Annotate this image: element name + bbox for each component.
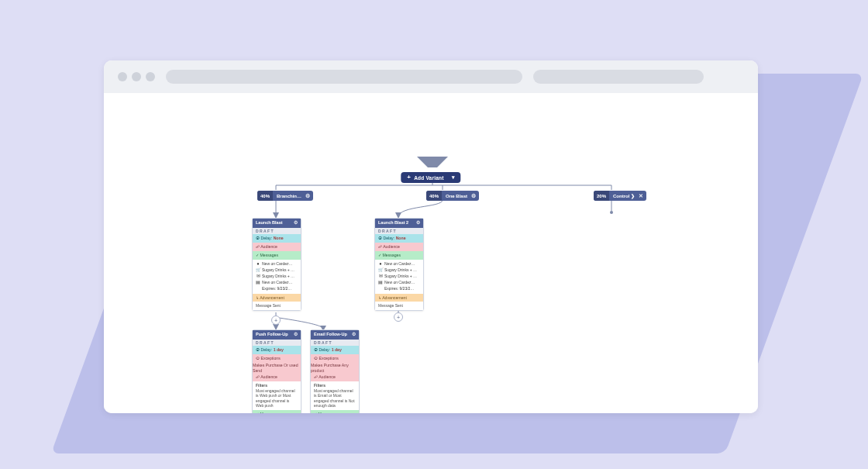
advancement-body: Message Sent [253,302,301,310]
exceptions-header: ⛒ Exceptions [311,354,359,363]
exceptions-body: Makes Purchase Or used Send [253,363,301,374]
audience-section: ☍ Audience [253,243,301,251]
step-launch-blast-2[interactable]: Launch Blast 2 ⚙ DRAFT ⦿ Delay: None ☍ A… [374,218,424,311]
svg-marker-0 [417,157,448,167]
toolbar-bar[interactable] [533,70,704,84]
status-badge: DRAFT [253,228,301,235]
branch-pct: 20% [594,191,609,201]
gear-icon[interactable]: ⚙ [294,332,298,338]
message-row[interactable]: ✉Sugary Drinks + … [378,274,420,279]
audience-header: ☍ Audience [311,373,359,381]
delay-section: ⦿ Delay: None [375,234,423,243]
add-variant-label: Add Variant [414,175,443,181]
messages-body: ●New on Cardez… 🛒Sugary Drinks + … ✉Suga… [253,260,301,294]
step-title-text: Launch Blast [256,220,283,226]
branch-pct: 40% [257,191,273,201]
svg-point-10 [610,211,613,214]
messages-body: ●New on Cardez… 🛒Sugary Drinks + … ✉Suga… [375,260,423,294]
step-title: Launch Blast ⚙ [253,219,301,228]
branch-label: Branchin… [273,194,305,198]
push-icon: ● [256,261,260,267]
filters-body: FiltersMost engaged channel is Web push … [253,381,301,410]
message-row[interactable]: 🛒Sugary Drinks + … [256,267,298,273]
step-title-text: Push Follow-Up [256,332,288,337]
cart-icon: 🛒 [256,267,260,273]
feed-icon: ▤ [378,280,383,285]
expires-row: Expires: 9/23/2… [378,286,420,291]
gear-icon[interactable]: ⚙ [294,220,298,226]
feed-icon: ▤ [256,280,260,285]
add-variant-button[interactable]: + Add Variant ▾ [401,172,460,183]
status-badge: DRAFT [311,340,359,347]
gear-icon[interactable]: ⚙ [416,220,420,226]
branch-pill-3[interactable]: 20% Control ❯ ✕ [594,191,646,201]
messages-header: ✓ Messages [253,251,301,260]
add-step-button[interactable]: + [394,312,403,322]
step-push-followup[interactable]: Push Follow-Up ⚙ DRAFT ⦿ Delay: 1 day ⛒ … [252,329,301,413]
message-row[interactable]: ▤New on Cardez… [256,280,298,285]
messages-header: ✓ Messages [253,410,301,413]
message-row[interactable]: ●New on Cardez… [378,261,420,267]
message-row[interactable]: 🛒Sugary Drinks + … [378,267,420,273]
branch-label: One Blast [442,194,471,198]
delay-section: ⦿ Delay: 1 day [311,346,359,354]
traffic-lights [118,72,155,81]
message-row[interactable]: ●New on Cardez… [256,261,298,267]
advancement-header: ↳ Advancement [253,294,301,302]
step-title-text: Launch Blast 2 [378,220,408,226]
gear-icon: ⚙ [471,193,479,199]
message-row[interactable]: ▤New on Cardez… [378,280,420,285]
branch-pill-1[interactable]: 40% Branchin… ⚙ [257,191,313,201]
message-row[interactable]: ✉Sugary Drinks + … [256,274,298,279]
exceptions-body: Makes Purchase Any product [311,363,359,374]
traffic-dot [146,72,155,81]
add-step-button[interactable]: + [271,316,281,325]
status-badge: DRAFT [375,228,423,235]
step-launch-blast[interactable]: Launch Blast ⚙ DRAFT ⦿ Delay: None ☍ Aud… [252,218,301,311]
status-badge: DRAFT [253,340,301,347]
delay-section: ⦿ Delay: None [253,234,301,243]
traffic-dot [132,72,141,81]
edges [104,93,758,413]
step-title-text: Email Follow-Up [314,332,347,337]
gear-icon: ⚙ [305,193,313,199]
mail-icon: ✉ [256,274,260,279]
filters-body: FiltersMost engaged channel is Email or … [311,381,359,410]
advancement-body: Message Sent [375,302,423,310]
push-icon: ● [378,261,383,267]
branch-pill-2[interactable]: 40% One Blast ⚙ [426,191,479,201]
expires-row: Expires: 9/23/2… [256,286,298,291]
browser-chrome [104,60,758,93]
advancement-header: ↳ Advancement [375,294,423,302]
step-title: Email Follow-Up ⚙ [311,330,359,340]
close-icon: ✕ [639,193,646,199]
step-email-followup[interactable]: Email Follow-Up ⚙ DRAFT ⦿ Delay: 1 day ⛒… [310,329,360,413]
traffic-dot [118,72,127,81]
address-bar[interactable] [166,70,522,84]
branch-pct: 40% [426,191,442,201]
plus-icon: + [407,174,411,181]
browser-window: + Add Variant ▾ 40% Branchin… ⚙ 40% One … [104,60,758,413]
branch-label: Control ❯ [609,193,639,198]
cart-icon: 🛒 [378,267,383,273]
audience-section: ☍ Audience [375,243,423,251]
mail-icon: ✉ [378,274,383,279]
messages-header: ✓ Messages [375,251,423,260]
audience-header: ☍ Audience [253,373,301,381]
delay-section: ⦿ Delay: 1 day [253,346,301,354]
chevron-down-icon: ▾ [452,174,455,181]
canvas[interactable]: + Add Variant ▾ 40% Branchin… ⚙ 40% One … [104,93,758,413]
gear-icon[interactable]: ⚙ [352,332,356,338]
step-title: Push Follow-Up ⚙ [253,330,301,340]
step-title: Launch Blast 2 ⚙ [375,219,423,228]
exceptions-header: ⛒ Exceptions [253,354,301,363]
messages-header: ✓ Messages [311,410,359,413]
